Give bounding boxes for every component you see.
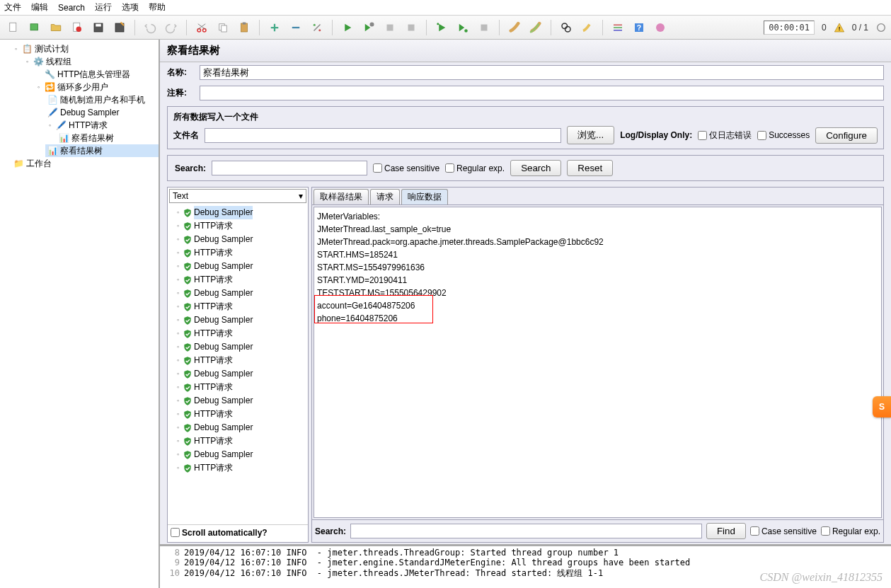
undo-button[interactable] [141,18,159,37]
remote-stop-button[interactable] [475,18,493,37]
tree-view-results-2[interactable]: 📊察看结果树 [45,144,159,157]
search-button[interactable]: Search [510,160,561,176]
case-sensitive-checkbox[interactable]: Case sensitive [373,163,439,173]
errors-only-checkbox[interactable]: 仅日志错误 [698,129,752,142]
renderer-select[interactable]: Text▾ [169,189,306,203]
sample-item[interactable]: ◦Debug Sampler [169,340,306,354]
clear-button[interactable] [505,18,524,37]
open-button[interactable] [47,18,65,37]
panel-title: 察看结果树 [160,40,891,62]
svg-point-18 [437,23,439,25]
new-button[interactable] [4,18,23,37]
tree-loop-controller[interactable]: ◦🔁循环多少用户 [34,81,159,93]
tree-test-plan[interactable]: ◦📋测试计划 [11,42,159,55]
menu-edit[interactable]: 编辑 [31,1,48,13]
sample-item[interactable]: ◦Debug Sampler [169,394,306,408]
success-icon [183,275,192,285]
save-button[interactable] [89,18,108,37]
templates-button[interactable] [25,18,44,37]
sogou-ime-icon[interactable]: S [873,396,891,417]
toggle-button[interactable] [308,18,326,37]
sample-item[interactable]: ◦HTTP请求 [169,434,306,448]
response-data-box[interactable]: JMeterVariables:JMeterThread.last_sample… [314,207,882,518]
log-panel[interactable]: 82019/04/12 16:07:10 INFO - jmeter.threa… [160,544,891,588]
success-icon [183,235,192,245]
response-line: JMeterThread.last_sample_ok=true [317,223,878,236]
response-line: TESTSTART.MS=1555056429902 [317,287,878,299]
start-button[interactable] [338,18,357,37]
close-button[interactable] [68,18,86,37]
sample-item[interactable]: ◦Debug Sampler [169,260,306,273]
sample-item[interactable]: ◦HTTP请求 [169,246,306,260]
sample-item[interactable]: ◦Debug Sampler [169,206,306,219]
clear-all-button[interactable] [527,18,545,37]
copy-button[interactable] [214,18,232,37]
menu-options[interactable]: 选项 [122,1,139,13]
sample-item[interactable]: ◦HTTP请求 [169,327,306,340]
tree-workbench[interactable]: 📁工作台 [11,157,159,170]
tree-random-user[interactable]: 📄随机制造用户名和手机 [45,93,159,106]
sample-item[interactable]: ◦HTTP请求 [169,408,306,421]
tree-debug-sampler[interactable]: 🖊️Debug Sampler [45,106,159,119]
menu-file[interactable]: 文件 [4,1,21,13]
sample-item[interactable]: ◦Debug Sampler [169,233,306,246]
menu-help[interactable]: 帮助 [149,1,166,13]
start-no-pause-button[interactable] [360,18,378,37]
shutdown-button[interactable] [402,18,420,37]
tree-http-request[interactable]: ◦🖊️HTTP请求 [45,119,159,132]
expand-button[interactable] [265,18,284,37]
menu-search[interactable]: Search [58,3,85,13]
success-icon [183,208,192,218]
sample-item[interactable]: ◦Debug Sampler [169,421,306,434]
response-line: JMeterVariables: [317,210,878,223]
find-case-checkbox[interactable]: Case sensitive [750,526,817,536]
tree-http-header[interactable]: 🔧HTTP信息头管理器 [34,68,159,81]
remote-start-button[interactable] [432,18,451,37]
tree-thread-group[interactable]: ◦⚙️线程组 [23,55,159,68]
sample-item[interactable]: ◦Debug Sampler [169,287,306,300]
regex-checkbox[interactable]: Regular exp. [445,163,505,173]
sample-item[interactable]: ◦Debug Sampler [169,448,306,461]
search-tb-button[interactable] [557,18,575,37]
svg-point-19 [464,29,468,33]
browse-button[interactable]: 浏览... [567,126,614,144]
reset-search-button[interactable] [578,18,597,37]
tab-sampler-result[interactable]: 取样器结果 [314,189,369,204]
collapse-button[interactable] [287,18,305,37]
comments-label: 注释: [167,87,195,99]
sample-item[interactable]: ◦Debug Sampler [169,367,306,381]
sample-item[interactable]: ◦HTTP请求 [169,219,306,233]
test-plan-tree[interactable]: ◦📋测试计划 ◦⚙️线程组 🔧HTTP信息头管理器 ◦🔁循环多少用户 📄随机制造… [0,40,159,588]
save-as-button[interactable] [110,18,129,37]
sample-item[interactable]: ◦HTTP请求 [169,300,306,313]
sample-item[interactable]: ◦HTTP请求 [169,273,306,287]
about-button[interactable] [651,18,669,37]
tab-response-data[interactable]: 响应数据 [401,189,448,204]
function-button[interactable] [609,18,627,37]
tree-view-results-1[interactable]: 📊察看结果树 [57,132,159,144]
configure-button[interactable]: Configure [815,127,878,144]
search-input[interactable] [212,161,367,175]
help-button[interactable]: ? [630,18,648,37]
find-button[interactable]: Find [706,523,746,539]
sample-item[interactable]: ◦HTTP请求 [169,461,306,475]
sample-item[interactable]: ◦HTTP请求 [169,381,306,394]
sample-tree[interactable]: ◦Debug Sampler◦HTTP请求◦Debug Sampler◦HTTP… [168,204,308,524]
paste-button[interactable] [235,18,253,37]
filename-input[interactable] [205,128,561,143]
cut-button[interactable] [192,18,211,37]
find-input[interactable] [350,524,702,538]
redo-button[interactable] [162,18,180,37]
comments-input[interactable] [200,86,884,100]
sample-item[interactable]: ◦Debug Sampler [169,313,306,327]
remote-start-all-button[interactable] [454,18,472,37]
successes-checkbox[interactable]: Successes [757,130,810,140]
reset-button[interactable]: Reset [567,160,613,176]
find-regex-checkbox[interactable]: Regular exp. [821,526,880,536]
sample-item[interactable]: ◦HTTP请求 [169,354,306,367]
menu-run[interactable]: 运行 [95,1,112,13]
name-input[interactable] [200,65,884,80]
scroll-auto-checkbox[interactable]: Scroll automatically? [171,528,268,538]
tab-request[interactable]: 请求 [370,189,400,204]
stop-button[interactable] [381,18,399,37]
